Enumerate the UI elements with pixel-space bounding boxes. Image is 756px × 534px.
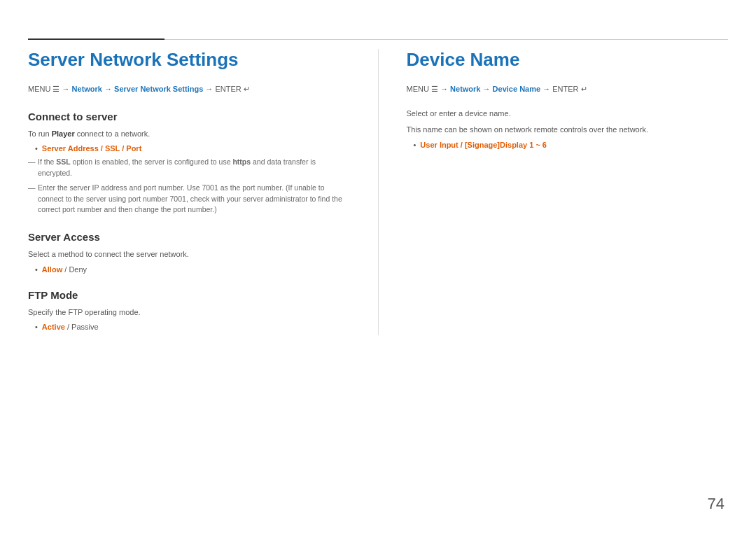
ftp-body: Specify the FTP operating mode. [28,307,350,319]
r-menu-arrow3: → [542,85,552,93]
user-input-link: User Input / [Signage]Display 1 ~ 6 [420,141,547,149]
r-menu-enter: ENTER [552,85,578,93]
left-menu-path: MENU ☰ → Network → Server Network Settin… [28,83,350,95]
menu-prefix: MENU [28,85,50,93]
server-access-heading: Server Access [28,231,350,243]
page-number: 74 [708,495,724,513]
allow-deny-text: Allow / Deny [42,265,87,274]
connect-server-heading: Connect to server [28,111,350,122]
deny-text: Deny [69,265,87,274]
active-passive-bullet: Active / Passive [35,323,350,331]
menu-network: Network [72,85,102,93]
r-menu-arrow2: → [483,85,493,93]
left-section-title: Server Network Settings [28,49,350,71]
left-column: Server Network Settings MENU ☰ → Network… [28,49,350,335]
r-menu-icon: ☰ [431,85,440,93]
note-ssl: If the SSL option is enabled, the server… [28,157,350,179]
right-column: Device Name MENU ☰ → Network → Device Na… [407,49,729,335]
ftp-mode-heading: FTP Mode [28,289,350,301]
right-menu-path: MENU ☰ → Network → Device Name → ENTER ↵ [407,83,729,95]
r-menu-prefix: MENU [407,85,429,93]
menu-settings-highlight: Server Network Settings [114,85,203,93]
menu-arrow2: → [104,85,114,93]
light-line [164,39,728,40]
device-name-body2: This name can be shown on network remote… [407,124,729,136]
allow-text: Allow [42,265,62,274]
active-text: Active [42,323,65,331]
server-access-body: Select a method to connect the server ne… [28,248,350,261]
server-address-bullet: Server Address / SSL / Port [35,144,350,153]
player-bold: Player [52,129,75,138]
top-decoration [0,38,756,40]
r-menu-enter-icon: ↵ [581,85,587,93]
device-name-body1: Select or enter a device name. [407,108,729,120]
r-menu-device-name: Device Name [493,85,541,93]
r-menu-network: Network [450,85,480,93]
note-ip: Enter the server IP address and port num… [28,183,350,216]
menu-enter: ENTER [215,85,241,93]
r-menu-arrow1: → [440,85,450,93]
allow-deny-bullet: Allow / Deny [35,265,350,274]
menu-arrow3: → [205,85,215,93]
ssl-bold: SSL [56,157,70,166]
page-container: Server Network Settings MENU ☰ → Network… [0,0,756,534]
accent-line [28,38,164,40]
server-address-link: Server Address / SSL / Port [42,144,141,153]
menu-enter-icon: ↵ [244,85,250,93]
https-bold: https [232,157,251,166]
user-input-bullet: User Input / [Signage]Display 1 ~ 6 [414,141,729,149]
column-divider [378,49,379,335]
right-section-title: Device Name [407,49,729,71]
active-passive-text: Active / Passive [42,323,99,331]
menu-arrow1: → [62,85,70,93]
menu-icon: ☰ [52,85,62,93]
main-columns: Server Network Settings MENU ☰ → Network… [28,49,728,335]
passive-text: Passive [71,323,99,331]
connect-body: To run Player connect to a network. [28,128,350,141]
